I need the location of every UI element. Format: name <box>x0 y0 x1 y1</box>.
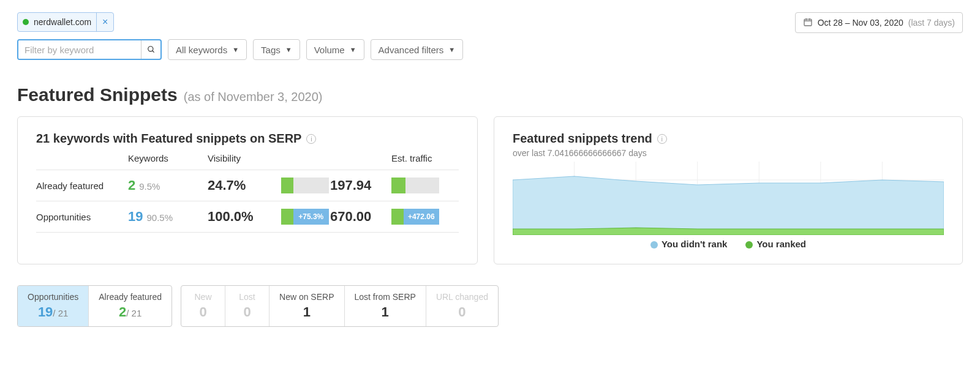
keyword-filter-input[interactable] <box>18 40 141 59</box>
filter-all-keywords[interactable]: All keywords▼ <box>168 39 247 60</box>
filter-bar: All keywords▼ Tags▼ Volume▼ Advanced fil… <box>17 39 963 60</box>
svg-rect-0 <box>804 19 812 26</box>
date-range-picker[interactable]: Oct 28 – Nov 03, 2020 (last 7 days) <box>795 12 963 33</box>
tab-opportunities[interactable]: Opportunities 19/ 21 <box>18 286 89 326</box>
chevron-down-icon: ▼ <box>448 46 455 53</box>
filter-volume[interactable]: Volume▼ <box>306 39 364 60</box>
visibility-value: 100.0% <box>208 209 281 225</box>
traffic-value: 197.94 <box>330 178 391 193</box>
keyword-count: 2 <box>128 178 135 193</box>
tab-url-changed[interactable]: URL changed 0 <box>426 286 498 326</box>
domain-chip[interactable]: nerdwallet.com × <box>17 12 114 32</box>
row-opportunities: Opportunities 1990.5% 100.0% +75.3% 670.… <box>36 201 459 233</box>
col-visibility: Visibility <box>208 153 330 163</box>
summary-title: 21 keywords with Featured snippets on SE… <box>36 132 301 146</box>
trend-card: Featured snippets trendi over last 7.041… <box>494 116 963 264</box>
domain-name: nerdwallet.com <box>34 17 91 27</box>
tab-lost-from-serp[interactable]: Lost from SERP 1 <box>345 286 426 326</box>
chevron-down-icon: ▼ <box>350 46 356 53</box>
col-keywords: Keywords <box>128 153 208 163</box>
visibility-value: 24.7% <box>208 178 281 193</box>
row-label: Opportunities <box>36 212 128 222</box>
filter-tags[interactable]: Tags▼ <box>253 39 300 60</box>
visibility-bar: +75.3% <box>281 209 329 225</box>
legend-rank: You ranked <box>745 239 806 249</box>
tab-group-changes: New 0 Lost 0 New on SERP 1 Lost from SER… <box>181 285 499 327</box>
close-icon[interactable]: × <box>96 13 113 31</box>
page-title: Featured Snippets (as of November 3, 202… <box>17 84 963 105</box>
keyword-count: 19 <box>128 209 143 224</box>
visibility-bar <box>281 178 329 193</box>
trend-chart <box>513 162 944 235</box>
tab-group-main: Opportunities 19/ 21 Already featured 2/… <box>17 285 172 327</box>
info-icon[interactable]: i <box>657 134 667 144</box>
tab-new-on-serp[interactable]: New on SERP 1 <box>270 286 344 326</box>
date-range-text: Oct 28 – Nov 03, 2020 <box>818 18 903 28</box>
col-traffic: Est. traffic <box>391 153 459 163</box>
row-label: Already featured <box>36 181 128 191</box>
filter-advanced[interactable]: Advanced filters▼ <box>371 39 464 60</box>
tab-lost[interactable]: Lost 0 <box>225 286 270 326</box>
tab-already-featured[interactable]: Already featured 2/ 21 <box>89 286 172 326</box>
tab-new[interactable]: New 0 <box>181 286 225 326</box>
svg-point-1 <box>148 47 153 51</box>
keyword-filter[interactable] <box>17 39 162 60</box>
page-subtitle: (as of November 3, 2020) <box>184 90 323 104</box>
summary-card: 21 keywords with Featured snippets on SE… <box>17 116 478 264</box>
calendar-icon <box>803 17 813 29</box>
chart-legend: You didn't rank You ranked <box>513 239 944 249</box>
info-icon[interactable]: i <box>306 134 316 144</box>
row-already-featured: Already featured 29.5% 24.7% 197.94 <box>36 170 459 201</box>
date-range-suffix: (last 7 days) <box>908 18 955 28</box>
trend-subtitle: over last 7.041666666666667 days <box>513 148 944 158</box>
traffic-value: 670.00 <box>330 209 391 225</box>
chevron-down-icon: ▼ <box>232 46 239 53</box>
legend-no-rank: You didn't rank <box>650 239 727 249</box>
chevron-down-icon: ▼ <box>285 46 292 53</box>
traffic-bar: +472.06 <box>391 209 439 225</box>
status-dot-icon <box>23 19 29 25</box>
tab-row: Opportunities 19/ 21 Already featured 2/… <box>17 285 963 327</box>
search-icon[interactable] <box>141 40 160 59</box>
trend-title: Featured snippets trend <box>513 132 652 146</box>
traffic-bar <box>391 178 439 193</box>
